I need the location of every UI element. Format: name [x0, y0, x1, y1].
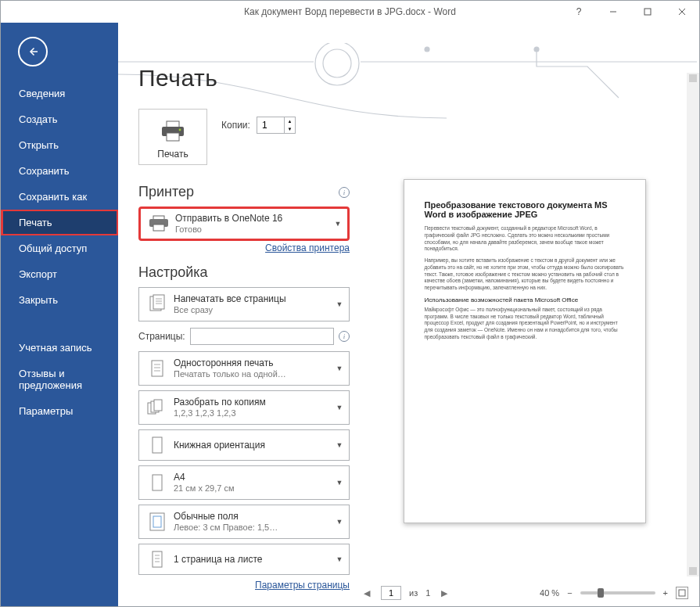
chevron-down-icon: ▼ — [335, 300, 344, 308]
svg-rect-1 — [644, 9, 651, 15]
nav-save[interactable]: Сохранить — [1, 158, 118, 184]
nav-close[interactable]: Закрыть — [1, 287, 118, 313]
printer-status: Готово — [175, 224, 333, 235]
info-icon[interactable]: i — [339, 187, 350, 198]
orientation-dropdown[interactable]: Книжная ориентация ▼ — [138, 429, 350, 461]
pages-per-sheet-dropdown[interactable]: 1 страница на листе ▼ — [138, 544, 350, 575]
next-page-button[interactable]: ▶ — [438, 588, 451, 598]
preview-paragraph: Например, вы хотите вставить изображение… — [425, 257, 625, 292]
page-title: Печать — [138, 65, 350, 92]
duplex-sub: Печатать только на одной… — [174, 369, 335, 380]
pages-icon — [145, 293, 169, 316]
paper-label: A4 — [174, 472, 335, 483]
collate-sub: 1,2,3 1,2,3 1,2,3 — [174, 408, 335, 419]
nav-account[interactable]: Учетная запись — [1, 335, 118, 361]
collate-label: Разобрать по копиям — [174, 397, 335, 408]
print-button-label: Печать — [150, 149, 196, 160]
title-bar: Как документ Ворд перевести в JPG.docx -… — [1, 1, 699, 23]
svg-rect-30 — [150, 513, 164, 530]
copies-up-icon[interactable]: ▲ — [285, 117, 295, 125]
duplex-label: Односторонняя печать — [174, 357, 335, 369]
nav-feedback[interactable]: Отзывы и предложения — [1, 361, 118, 398]
print-range-label: Напечатать все страницы — [174, 293, 335, 305]
page-preview: Преобразование текстового документа MS W… — [404, 179, 646, 523]
svg-rect-9 — [167, 121, 179, 128]
paper-sub: 21 см x 29,7 см — [174, 483, 335, 494]
back-button[interactable] — [18, 37, 48, 66]
minimize-button[interactable] — [596, 1, 630, 23]
nav-saveas[interactable]: Сохранить как — [1, 184, 118, 210]
chevron-down-icon: ▼ — [335, 441, 344, 449]
svg-rect-21 — [152, 361, 163, 376]
zoom-in-button[interactable]: + — [663, 588, 668, 598]
portrait-icon — [145, 433, 169, 457]
page-number-input[interactable] — [381, 586, 401, 600]
chevron-down-icon: ▼ — [335, 555, 344, 563]
zoom-percent: 40 % — [540, 588, 559, 598]
prev-page-button[interactable]: ◀ — [361, 588, 373, 598]
chevron-down-icon: ▼ — [333, 220, 343, 228]
printer-device-icon — [147, 212, 171, 235]
nav-share[interactable]: Общий доступ — [1, 235, 118, 261]
preview-footer: ◀ из 1 ▶ 40 % − + — [350, 580, 699, 606]
backstage-sidebar: Сведения Создать Открыть Сохранить Сохра… — [1, 23, 118, 606]
copies-spinner[interactable]: ▲▼ — [257, 117, 296, 134]
svg-rect-17 — [153, 295, 164, 309]
margins-label: Обычные поля — [174, 511, 335, 523]
printer-properties-link[interactable]: Свойства принтера — [138, 242, 350, 253]
page-setup-link[interactable]: Параметры страницы — [138, 580, 350, 591]
chevron-down-icon: ▼ — [335, 518, 344, 526]
print-range-dropdown[interactable]: Напечатать все страницы Все сразу ▼ — [138, 287, 350, 321]
page-total: 1 — [425, 588, 430, 598]
print-button[interactable]: Печать — [138, 109, 207, 165]
chevron-down-icon: ▼ — [335, 404, 344, 411]
pages-label: Страницы: — [138, 331, 185, 342]
settings-heading: Настройка — [138, 264, 208, 281]
svg-rect-32 — [153, 551, 162, 567]
margins-sub: Левое: 3 см Правое: 1,5… — [174, 523, 335, 533]
zoom-fit-button[interactable] — [676, 587, 688, 599]
nav-new[interactable]: Создать — [1, 106, 118, 132]
maximize-button[interactable] — [630, 1, 665, 23]
svg-point-12 — [179, 129, 181, 131]
pages-input[interactable] — [190, 328, 334, 345]
sheets-label: 1 страница на листе — [174, 554, 335, 566]
nav-print[interactable]: Печать — [1, 210, 118, 235]
help-button[interactable]: ? — [562, 1, 596, 23]
preview-section: Использование возможностей пакета Micros… — [425, 296, 625, 304]
zoom-out-button[interactable]: − — [567, 588, 572, 598]
margins-icon — [145, 510, 169, 533]
nav-options[interactable]: Параметры — [1, 398, 118, 424]
nav-info[interactable]: Сведения — [1, 81, 118, 106]
preview-paragraph: Майкрософт Офис — это полнофункциональны… — [425, 307, 625, 341]
preview-pane: Преобразование текстового документа MS W… — [350, 23, 699, 606]
preview-scrollbar[interactable] — [687, 73, 699, 576]
paper-icon — [145, 471, 169, 494]
svg-rect-11 — [167, 133, 179, 141]
printer-heading: Принтер — [138, 184, 194, 200]
papersize-dropdown[interactable]: A4 21 см x 29,7 см ▼ — [138, 465, 350, 500]
margins-dropdown[interactable]: Обычные поля Левое: 3 см Правое: 1,5… ▼ — [138, 505, 350, 539]
printer-icon — [150, 117, 196, 145]
printer-name: Отправить в OneNote 16 — [175, 213, 333, 224]
copies-label: Копии: — [221, 120, 250, 131]
collate-dropdown[interactable]: Разобрать по копиям 1,2,3 1,2,3 1,2,3 ▼ — [138, 390, 350, 425]
preview-paragraph: Перевести текстовый документ, созданный … — [425, 225, 625, 253]
copies-down-icon[interactable]: ▼ — [285, 125, 295, 133]
chevron-down-icon: ▼ — [335, 479, 344, 487]
printer-dropdown[interactable]: Отправить в OneNote 16 Готово ▼ — [138, 207, 350, 241]
svg-rect-29 — [153, 475, 162, 490]
info-icon[interactable]: i — [339, 331, 350, 342]
svg-rect-15 — [153, 224, 164, 231]
chevron-down-icon: ▼ — [335, 365, 344, 372]
svg-rect-27 — [154, 400, 162, 411]
copies-input[interactable] — [257, 117, 285, 134]
zoom-slider[interactable] — [580, 591, 655, 594]
nav-open[interactable]: Открыть — [1, 132, 118, 158]
single-side-icon — [145, 357, 169, 380]
print-range-sub: Все сразу — [174, 305, 335, 316]
nav-export[interactable]: Экспорт — [1, 261, 118, 287]
one-per-sheet-icon — [145, 548, 169, 571]
close-button[interactable] — [665, 1, 699, 23]
duplex-dropdown[interactable]: Односторонняя печать Печатать только на … — [138, 351, 350, 386]
